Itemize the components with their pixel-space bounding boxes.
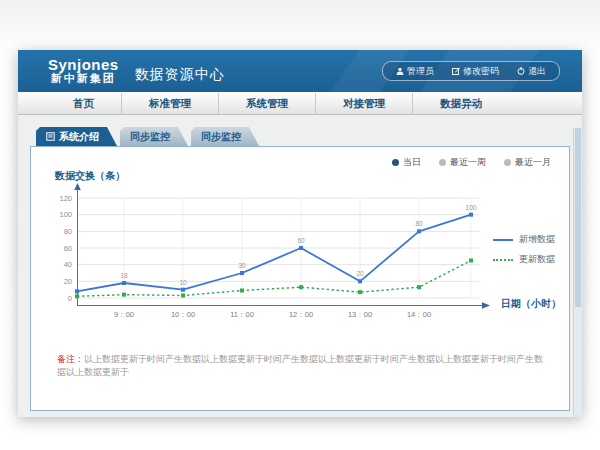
main-nav: 首页 标准管理 系统管理 对接管理 数据异动 [18, 92, 582, 115]
radio-today-label: 当日 [403, 156, 421, 169]
admin-user-button[interactable]: 管理员 [387, 65, 443, 78]
radio-today[interactable]: 当日 [392, 156, 421, 169]
footnote-label: 备注： [57, 354, 84, 364]
legend-new-data-label: 新增数据 [519, 233, 555, 246]
y-axis-title: 数据交换（条） [55, 169, 125, 183]
svg-text:14：00: 14：00 [407, 310, 431, 319]
svg-text:20: 20 [356, 270, 364, 277]
svg-text:18: 18 [120, 272, 128, 279]
tab-sync-monitor-1-label: 同步监控 [130, 130, 170, 144]
solid-line-icon [493, 239, 513, 241]
svg-text:60: 60 [297, 237, 305, 244]
svg-text:80: 80 [64, 227, 72, 236]
tab-sync-monitor-2-label: 同步监控 [201, 130, 241, 144]
radio-last-month-label: 最近一月 [515, 156, 551, 169]
radio-unselected-icon [504, 159, 511, 166]
footnote: 备注：以上数据更新于时间产生数据以上数据更新于时间产生数据以上数据更新于时间产生… [57, 353, 547, 378]
company-logo: Synjones 新中新集团 [48, 57, 119, 84]
svg-text:10: 10 [179, 279, 187, 286]
edit-icon [452, 67, 460, 75]
tab-sync-monitor-2[interactable]: 同步监控 [191, 127, 259, 146]
nav-item-interface-mgmt[interactable]: 对接管理 [316, 93, 413, 114]
svg-text:60: 60 [64, 244, 72, 253]
radio-last-week[interactable]: 最近一周 [439, 156, 486, 169]
svg-text:10：00: 10：00 [171, 310, 195, 319]
legend-item-update-data: 更新数据 [493, 253, 555, 266]
radio-selected-icon [392, 159, 399, 166]
user-actions-group: 管理员 修改密码 退出 [382, 61, 560, 81]
footnote-text: 以上数据更新于时间产生数据以上数据更新于时间产生数据以上数据更新于时间产生数据以… [57, 354, 543, 377]
change-password-button[interactable]: 修改密码 [443, 65, 508, 78]
dotted-line-icon [493, 259, 513, 261]
svg-text:0: 0 [68, 294, 72, 303]
tab-bar: 系统介绍 同步监控 同步监控 [30, 127, 570, 146]
change-password-label: 修改密码 [463, 65, 499, 78]
svg-text:120: 120 [59, 194, 72, 203]
svg-text:13：00: 13：00 [348, 310, 372, 319]
svg-text:11：00: 11：00 [230, 310, 254, 319]
vertical-scrollbar[interactable] [573, 128, 582, 417]
svg-text:100: 100 [59, 210, 72, 219]
radio-last-month[interactable]: 最近一月 [504, 156, 551, 169]
nav-item-standard-mgmt[interactable]: 标准管理 [122, 93, 219, 114]
svg-text:20: 20 [64, 277, 72, 286]
power-icon [517, 67, 525, 75]
logo-text-cn: 新中新集团 [48, 73, 119, 85]
legend-item-new-data: 新增数据 [493, 233, 555, 246]
admin-user-label: 管理员 [407, 65, 434, 78]
app-title: 数据资源中心 [135, 66, 225, 84]
svg-text:9：00: 9：00 [114, 310, 134, 319]
svg-text:100: 100 [466, 204, 477, 211]
chart-panel: 当日 最近一周 最近一月 数据交换（条） 0204060801001209：00… [30, 146, 570, 411]
scrollbar-thumb[interactable] [575, 128, 581, 307]
user-icon [396, 67, 404, 75]
radio-last-week-label: 最近一周 [450, 156, 486, 169]
chart-legend: 新增数据 更新数据 [493, 233, 555, 273]
app-window: Synjones 新中新集团 数据资源中心 管理员 修改密码 退出 [18, 50, 582, 417]
tab-system-intro[interactable]: 系统介绍 [36, 127, 117, 146]
x-axis-title: 日期（小时） [501, 297, 561, 311]
logout-label: 退出 [528, 65, 546, 78]
form-icon [46, 132, 55, 141]
nav-item-data-changes[interactable]: 数据异动 [413, 93, 509, 114]
tab-sync-monitor-1[interactable]: 同步监控 [120, 127, 188, 146]
radio-unselected-icon [439, 159, 446, 166]
content-area: 系统介绍 同步监控 同步监控 当日 最近一周 [18, 115, 582, 417]
svg-text:80: 80 [415, 220, 423, 227]
svg-text:40: 40 [64, 260, 72, 269]
tab-system-intro-label: 系统介绍 [59, 130, 99, 144]
nav-item-home[interactable]: 首页 [46, 93, 122, 114]
svg-text:12：00: 12：00 [289, 310, 313, 319]
app-header: Synjones 新中新集团 数据资源中心 管理员 修改密码 退出 [18, 50, 582, 92]
data-exchange-line-chart: 0204060801001209：0010：0011：0012：0013：001… [39, 183, 499, 335]
time-range-filters: 当日 最近一周 最近一月 [392, 156, 551, 169]
legend-update-data-label: 更新数据 [519, 253, 555, 266]
nav-item-system-mgmt[interactable]: 系统管理 [219, 93, 316, 114]
logo-text-en: Synjones [48, 57, 119, 73]
logout-button[interactable]: 退出 [508, 65, 555, 78]
svg-text:30: 30 [238, 262, 246, 269]
